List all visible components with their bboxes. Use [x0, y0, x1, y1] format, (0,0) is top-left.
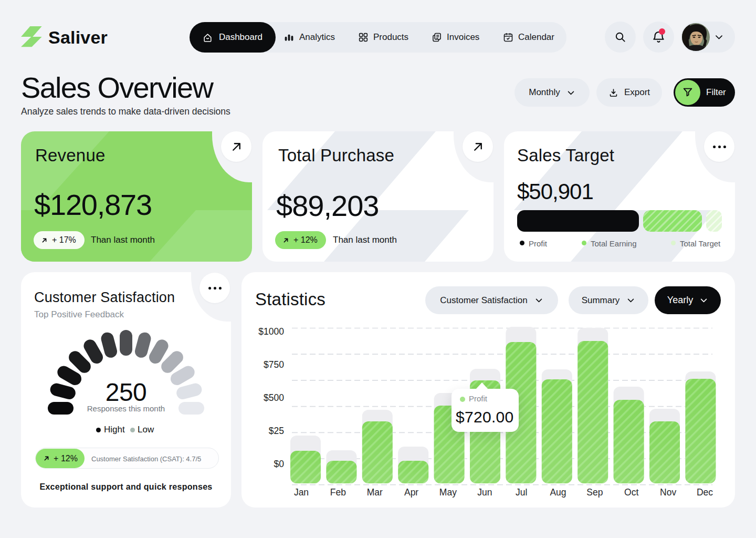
svg-text:Feb: Feb [330, 487, 346, 498]
svg-text:May: May [439, 487, 457, 498]
svg-text:Oct: Oct [624, 487, 638, 498]
svg-text:$25: $25 [269, 426, 284, 436]
svg-text:Dec: Dec [697, 487, 713, 498]
svg-text:Jun: Jun [477, 487, 492, 498]
svg-text:$1000: $1000 [258, 326, 284, 337]
svg-text:$0: $0 [274, 459, 285, 469]
svg-text:Jan: Jan [294, 487, 309, 498]
svg-text:Mar: Mar [367, 487, 383, 498]
svg-text:$500: $500 [264, 392, 284, 403]
svg-text:Nov: Nov [660, 487, 676, 498]
svg-text:Sep: Sep [586, 487, 603, 498]
svg-text:Aug: Aug [550, 487, 566, 498]
svg-text:Apr: Apr [404, 487, 418, 498]
svg-text:$750: $750 [264, 359, 284, 370]
svg-text:Jul: Jul [516, 487, 527, 498]
